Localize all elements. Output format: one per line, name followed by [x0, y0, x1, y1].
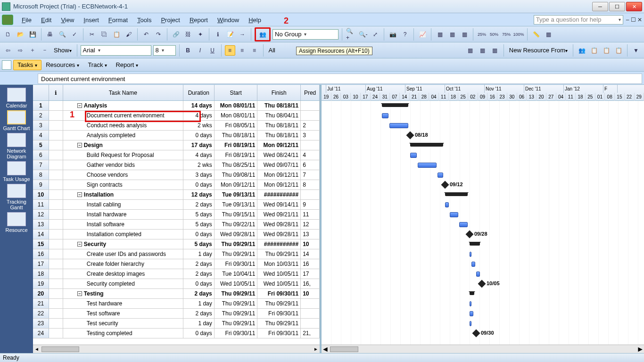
- table-row[interactable]: 9Sign contracts0 daysMon 09/12/11Mon 09/…: [33, 180, 320, 190]
- sidebar-network-diagram[interactable]: Network Diagram: [1, 133, 32, 159]
- table-row[interactable]: 10−Installation12 daysTue 09/13/11######…: [33, 190, 320, 200]
- doc-window-controls[interactable]: – ☐ ✕: [626, 16, 642, 23]
- font-size-select[interactable]: 8: [153, 45, 176, 56]
- italic-icon[interactable]: I: [195, 45, 206, 56]
- filter-icon[interactable]: ▼: [631, 45, 641, 56]
- zoom-100-icon[interactable]: 100%: [513, 29, 524, 40]
- gantt-milestone[interactable]: [466, 230, 474, 239]
- table-row[interactable]: 13Install software5 daysThu 09/22/11Wed …: [33, 220, 320, 230]
- sidebar-calendar[interactable]: Calendar: [1, 88, 32, 108]
- menu-view[interactable]: View: [56, 15, 79, 25]
- gantt-bar[interactable]: [470, 291, 474, 295]
- table-row[interactable]: 1−Analysis14 daysMon 08/01/11Thu 08/18/1…: [33, 101, 320, 111]
- save-icon[interactable]: 💾: [27, 29, 38, 40]
- res2-icon[interactable]: 📋: [589, 45, 599, 56]
- tab-report[interactable]: Report: [111, 60, 142, 70]
- table-row[interactable]: 5−Design17 daysFri 08/19/11Mon 09/12/11: [33, 140, 320, 150]
- new-resource-button[interactable]: New Resource From▾: [507, 47, 570, 54]
- close-button[interactable]: [626, 2, 642, 11]
- table-row[interactable]: 20−Testing2 daysThu 09/29/11Fri 09/30/11…: [33, 289, 320, 299]
- next-icon[interactable]: ⇨: [15, 45, 25, 56]
- table-row[interactable]: 14Installation completed0 daysWed 09/28/…: [33, 230, 320, 239]
- menu-project[interactable]: Project: [156, 15, 184, 25]
- gantt-milestone[interactable]: [406, 132, 414, 140]
- prev-icon[interactable]: ⇦: [3, 45, 13, 56]
- res1-icon[interactable]: 👥: [577, 45, 587, 56]
- align-center-icon[interactable]: ≡: [237, 45, 248, 56]
- new-icon[interactable]: 🗋: [3, 29, 13, 40]
- bold-icon[interactable]: B: [183, 45, 193, 56]
- gantt-bar[interactable]: [438, 173, 443, 178]
- gantt-horizontal-scrollbar[interactable]: ◄►: [322, 345, 644, 353]
- menu-window[interactable]: Window: [213, 15, 244, 25]
- assign-resources-button[interactable]: 👥: [255, 27, 271, 41]
- zoom-out-icon[interactable]: 🔍-: [358, 29, 368, 40]
- menu-help[interactable]: Help: [244, 15, 266, 25]
- ruler-icon[interactable]: 📏: [531, 29, 541, 40]
- info-icon[interactable]: ℹ: [213, 29, 223, 40]
- gantt-bar[interactable]: [410, 143, 443, 147]
- gantt-bar[interactable]: [410, 153, 417, 158]
- align-right-icon[interactable]: ≡: [249, 45, 260, 56]
- gantt-milestone[interactable]: [478, 280, 486, 288]
- zoom-in-icon[interactable]: 🔍+: [346, 29, 356, 40]
- table-row[interactable]: 16Create user IDs and passwords1 dayThu …: [33, 249, 320, 259]
- sidebar-tracking-gantt[interactable]: Tracking Gantt: [1, 184, 32, 210]
- print-icon[interactable]: 🖶: [45, 29, 55, 40]
- tab-tasks[interactable]: Tasks: [13, 60, 41, 70]
- col-info[interactable]: ℹ: [49, 85, 63, 100]
- split-icon[interactable]: ✦: [195, 29, 206, 40]
- table-row[interactable]: 8Choose vendors3 daysThu 09/08/11Mon 09/…: [33, 170, 320, 180]
- help-search-input[interactable]: Type a question for help: [534, 15, 623, 25]
- col-task-name[interactable]: Task Name: [63, 85, 183, 100]
- table-row[interactable]: 3Conduct needs analysis2 wksFri 08/05/11…: [33, 121, 320, 131]
- menu-report[interactable]: Report: [185, 15, 213, 25]
- plus-icon[interactable]: ＋: [27, 45, 38, 56]
- tab-track[interactable]: Track: [83, 60, 111, 70]
- col-finish[interactable]: Finish: [257, 85, 301, 100]
- tab-resources[interactable]: Resources: [41, 60, 83, 70]
- misc1-icon[interactable]: ▦: [435, 29, 445, 40]
- table-row[interactable]: 4Analysis completed0 daysThu 08/18/11Thu…: [33, 131, 320, 140]
- gantt-bar[interactable]: [445, 202, 449, 207]
- show-button[interactable]: Show▾: [52, 47, 74, 54]
- table-row[interactable]: 21Test hardware1 dayThu 09/29/11Thu 09/2…: [33, 299, 320, 309]
- gantt-bar[interactable]: [476, 272, 480, 277]
- sidebar-resource[interactable]: Resource: [1, 212, 32, 233]
- redo-icon[interactable]: ↷: [153, 29, 164, 40]
- table3-icon[interactable]: ▦: [490, 45, 500, 56]
- grid-icon[interactable]: ▦: [543, 29, 553, 40]
- col-rownum[interactable]: [33, 85, 49, 100]
- table-row[interactable]: 11Install cabling2 daysTue 09/13/11Wed 0…: [33, 200, 320, 210]
- copy-icon[interactable]: ⿻: [99, 29, 109, 40]
- minimize-button[interactable]: [592, 2, 608, 11]
- menu-edit[interactable]: Edit: [36, 15, 56, 25]
- gantt-bar[interactable]: [470, 252, 471, 257]
- zoom-75-icon[interactable]: 75%: [501, 29, 512, 40]
- gantt-bar[interactable]: [470, 321, 471, 326]
- font-select[interactable]: Arial: [81, 45, 151, 56]
- menu-insert[interactable]: Insert: [79, 15, 104, 25]
- res3-icon[interactable]: 📋: [601, 45, 611, 56]
- table-row[interactable]: 2Document current environment4 daysMon 0…: [33, 111, 320, 121]
- col-predecessors[interactable]: Pred: [301, 85, 320, 100]
- table-row[interactable]: 19Security completed0 daysWed 10/05/11We…: [33, 279, 320, 289]
- help-icon[interactable]: ?: [400, 29, 410, 40]
- paste-icon[interactable]: 📋: [111, 29, 122, 40]
- menu-tools[interactable]: Tools: [132, 15, 156, 25]
- tasks-pane-icon[interactable]: [2, 60, 11, 70]
- gantt-bar[interactable]: [418, 163, 437, 168]
- underline-icon[interactable]: U: [207, 45, 218, 56]
- res4-icon[interactable]: 📋: [613, 45, 624, 56]
- unlink-icon[interactable]: ⛓: [183, 29, 193, 40]
- print-preview-icon[interactable]: 🔍: [57, 29, 67, 40]
- grid-horizontal-scrollbar[interactable]: ◄►: [33, 345, 320, 353]
- col-start[interactable]: Start: [215, 85, 258, 100]
- gantt-bar[interactable]: [450, 212, 458, 217]
- gantt-milestone[interactable]: [472, 329, 480, 337]
- zoom-50-icon[interactable]: 50%: [489, 29, 499, 40]
- table-row[interactable]: 24Testing completed0 daysFri 09/30/11Fri…: [33, 329, 320, 338]
- gantt-bar[interactable]: [470, 301, 471, 306]
- gantt-bar[interactable]: [382, 103, 408, 107]
- chart-icon[interactable]: 📈: [417, 29, 428, 40]
